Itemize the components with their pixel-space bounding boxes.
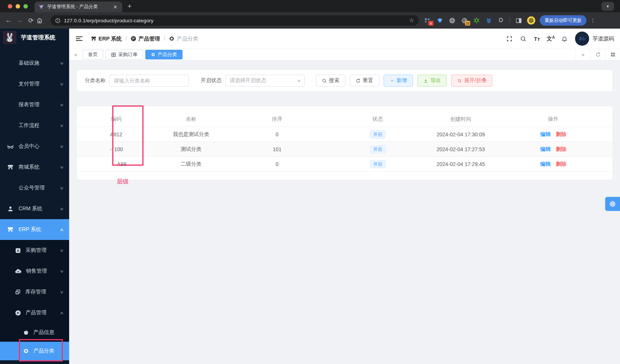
zoom-window-button[interactable] (23, 4, 28, 9)
sidebar-item-report[interactable]: 报表管理∨ (0, 94, 69, 115)
sidebar-item-erp[interactable]: ERP 系统∧ (0, 219, 69, 240)
toolbar-divider (510, 17, 510, 24)
chevron-down-icon: ∨ (59, 290, 64, 295)
theme-settings-button[interactable] (605, 197, 620, 211)
home-icon[interactable] (36, 17, 48, 24)
url-text[interactable]: 127.0.0.1/erp/product/product-category (64, 18, 409, 23)
annotation-label: 层级 (117, 178, 129, 186)
add-button[interactable]: ＋ 新增 (384, 75, 413, 87)
refresh-page-icon[interactable] (590, 49, 605, 60)
person-icon (7, 205, 14, 212)
edit-link[interactable]: 编辑 (540, 131, 551, 138)
tab-close-icon[interactable]: ✕ (112, 4, 119, 10)
chevron-down-icon: ∨ (59, 207, 64, 211)
app-title: 芋道管理系统 (21, 34, 55, 42)
sidebar-item-mall[interactable]: 商城系统∨ (0, 157, 69, 178)
minimize-window-button[interactable] (16, 4, 20, 9)
user-avatar[interactable]: 文心 (575, 32, 589, 46)
window-controls (8, 4, 28, 9)
search-button[interactable]: 搜索 (316, 75, 345, 87)
col-header-name: 名称 (156, 116, 226, 123)
copy-squares-icon (15, 289, 21, 295)
sidebar-item-sales-mgmt[interactable]: 销售管理∨ (0, 261, 69, 282)
breadcrumb-separator: / (164, 36, 165, 42)
extension-star-icon[interactable] (473, 17, 480, 24)
browser-profile-avatar[interactable]: 😄 (527, 16, 535, 25)
sidebar-item-infrastructure[interactable]: 基础设施∨ (0, 53, 69, 74)
plus-icon: ＋ (390, 77, 394, 84)
search-icon[interactable] (516, 36, 530, 42)
relaunch-update-button[interactable]: 重新启动即可更新 (540, 15, 587, 26)
layout-grid-icon[interactable] (605, 49, 620, 60)
breadcrumb-item-erp[interactable]: ERP 系统 (91, 35, 122, 42)
sidebar-item-payment[interactable]: 支付管理∨ (0, 74, 69, 94)
edit-link[interactable]: 编辑 (540, 161, 551, 168)
close-window-button[interactable] (8, 4, 12, 9)
browser-tab[interactable]: 芋道管理系统 - 产品分类 ✕ (35, 1, 122, 12)
row-name: 我也是测试分类 (156, 131, 226, 138)
extension-gem-icon[interactable] (436, 17, 443, 24)
tags-scroll-left-icon[interactable]: « (69, 52, 83, 58)
browser-menu-icon[interactable]: ⋮ (590, 17, 595, 23)
sidebar: 🐰 芋道管理系统 基础设施∨ 支付管理∨ 报表管理∨ 工作流程∨ (0, 29, 69, 364)
row-sort: 0 (226, 161, 328, 167)
status-select[interactable]: 请选择开启状态 ∨ (225, 75, 305, 87)
extensions-cluster: 6 32 (424, 17, 505, 24)
expand-collapse-button[interactable]: 展开/折叠 (451, 75, 493, 87)
category-name-input[interactable] (109, 75, 189, 87)
extension-wheel-icon[interactable] (448, 17, 456, 24)
reload-icon[interactable]: ⟳ (25, 17, 36, 25)
tag-home[interactable]: 首页 (83, 50, 103, 59)
chevron-up-icon: ∧ (59, 311, 64, 315)
export-button[interactable]: 导出 (417, 75, 447, 87)
row-created-time: 2024-02-04 17:27:53 (427, 146, 494, 152)
filter-card: 分类名称 开启状态 请选择开启状态 ∨ 搜索 (77, 70, 613, 91)
extension-pixel-icon[interactable]: 6 (424, 17, 431, 24)
sidebar-item-product-mgmt[interactable]: P 产品管理∧ (0, 302, 69, 323)
chevron-down-icon: ∨ (59, 248, 64, 253)
breadcrumb-item-product-mgmt[interactable]: P 产品管理 (130, 35, 160, 42)
sidebar-item-workflow[interactable]: 工作流程∨ (0, 115, 69, 136)
bell-icon[interactable] (558, 36, 571, 42)
svg-text:P: P (17, 311, 19, 315)
font-size-icon[interactable]: Tᴛ (530, 36, 544, 42)
reset-button[interactable]: 重置 (350, 75, 379, 87)
collapse-menu-icon[interactable] (76, 35, 83, 42)
edit-link[interactable]: 编辑 (540, 146, 551, 153)
header-actions: Tᴛ 文A 文心 芋道源码 (503, 32, 620, 46)
browser-tabstrip: 芋道管理系统 - 产品分类 ✕ + ▾ (0, 0, 620, 12)
side-panel-icon[interactable] (515, 17, 522, 24)
back-icon[interactable]: ← (3, 17, 14, 24)
main-area: ERP 系统 / P 产品管理 / 产品分类 (69, 29, 620, 364)
user-name[interactable]: 芋道源码 (592, 35, 618, 42)
forward-icon[interactable]: → (14, 17, 25, 24)
extension-circle-icon[interactable]: 32 (461, 17, 468, 24)
sidebar-item-inventory-mgmt[interactable]: 库存管理∨ (0, 282, 69, 302)
sidebar-logo-row[interactable]: 🐰 芋道管理系统 (0, 29, 69, 46)
tags-scroll-right-icon[interactable]: » (575, 49, 590, 60)
bookmark-star-icon[interactable]: ☆ (409, 17, 414, 24)
delete-link[interactable]: 删除 (556, 161, 566, 168)
sidebar-item-purchase-mgmt[interactable]: A 采购管理∨ (0, 240, 69, 261)
extension-chevrons-icon[interactable] (485, 17, 493, 24)
sidebar-item-crm[interactable]: CRM 系统∨ (0, 198, 69, 219)
tag-product-category[interactable]: 产品分类 (145, 50, 183, 59)
tag-purchase-order[interactable]: 采购订单 (106, 50, 143, 59)
browser-toolbar: ← → ⟳ 127.0.0.1/erp/product/product-cate… (0, 12, 620, 29)
sidebar-item-official-account[interactable]: 公众号管理∨ (0, 178, 69, 198)
address-bar[interactable]: 127.0.0.1/erp/product/product-category ☆ (51, 15, 419, 26)
row-sort: 101 (226, 146, 328, 152)
fullscreen-icon[interactable] (503, 36, 516, 42)
tab-search-chevron-icon[interactable]: ▾ (601, 2, 614, 11)
delete-link[interactable]: 删除 (556, 131, 566, 138)
row-name: 二级分类 (156, 161, 226, 168)
screenshot-root: 芋道管理系统 - 产品分类 ✕ + ▾ ← → ⟳ 127.0.0.1/erp/… (0, 0, 620, 364)
col-header-actions: 操作 (494, 116, 613, 123)
new-tab-button[interactable]: + (127, 2, 132, 10)
site-info-icon[interactable] (55, 18, 61, 23)
row-created-time: 2024-02-04 17:30:09 (427, 131, 494, 137)
extensions-puzzle-icon[interactable] (497, 17, 505, 24)
sidebar-item-member-center[interactable]: 会员中心∨ (0, 136, 69, 157)
language-icon[interactable]: 文A (544, 35, 558, 42)
delete-link[interactable]: 删除 (556, 146, 566, 153)
